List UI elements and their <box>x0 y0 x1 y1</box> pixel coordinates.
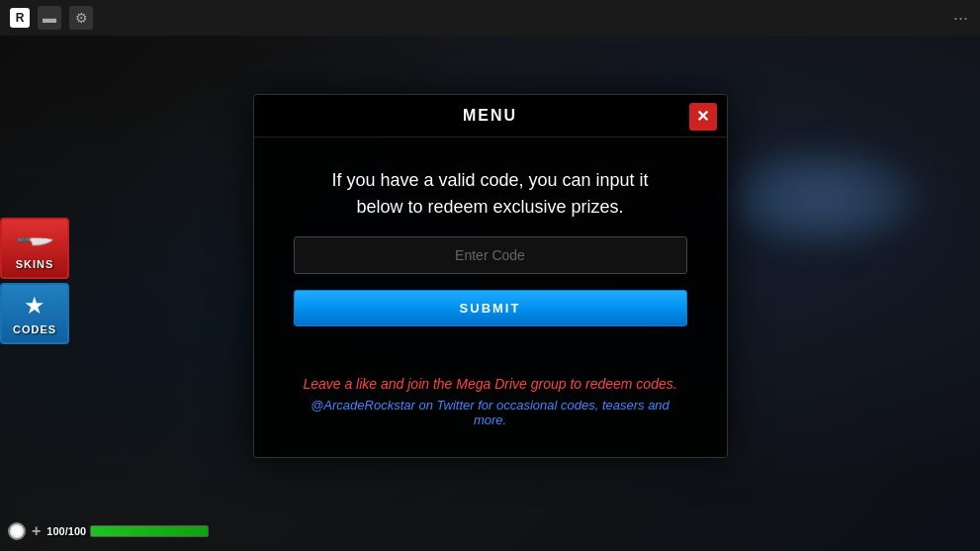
modal-header: MENU ✕ <box>254 95 727 138</box>
footer-text-blue: @ArcadeRockstar on Twitter for occasiona… <box>294 398 687 427</box>
code-input[interactable] <box>294 236 687 274</box>
modal-footer: Leave a like and join the Mega Drive gro… <box>254 356 727 457</box>
footer-text-red: Leave a like and join the Mega Drive gro… <box>294 376 687 392</box>
modal-title: MENU <box>463 107 517 124</box>
modal-body: If you have a valid code, you can input … <box>254 138 727 356</box>
menu-modal: MENU ✕ If you have a valid code, you can… <box>253 94 728 458</box>
modal-description: If you have a valid code, you can input … <box>331 167 648 221</box>
modal-overlay: MENU ✕ If you have a valid code, you can… <box>0 0 980 551</box>
modal-close-button[interactable]: ✕ <box>689 103 717 131</box>
submit-button[interactable]: SUBMIT <box>294 290 687 326</box>
